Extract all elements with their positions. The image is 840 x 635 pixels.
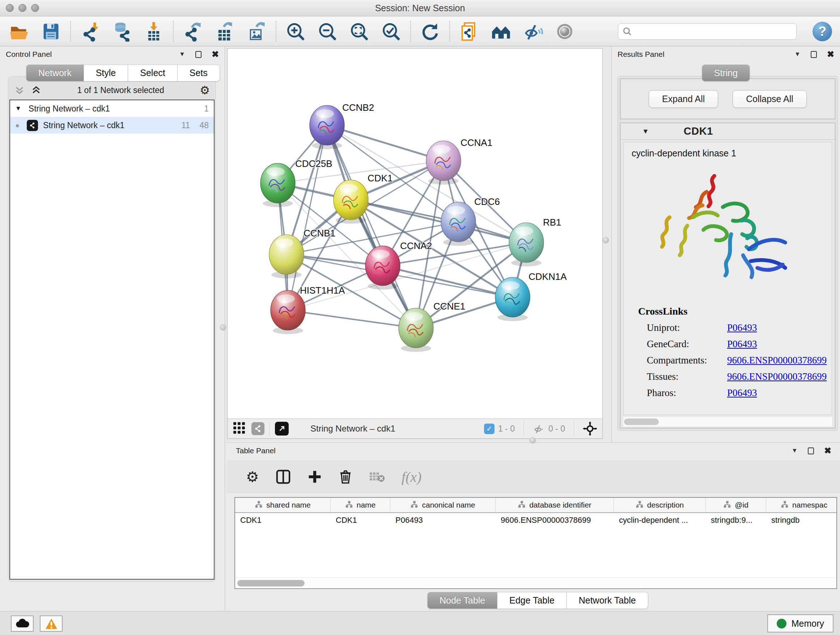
crosslink-link[interactable]: P06493 [727, 387, 757, 399]
export-table-file-button[interactable] [214, 21, 235, 42]
horizontal-splitter-handle[interactable] [530, 437, 536, 443]
memory-status-button[interactable]: Memory [767, 614, 834, 632]
global-search-field[interactable] [618, 23, 797, 40]
column-header-shared-name[interactable]: shared name [235, 498, 331, 512]
node-CCNA2[interactable] [365, 246, 400, 290]
node-CCNB2[interactable] [309, 105, 344, 149]
show-column-selector-button[interactable] [276, 469, 291, 485]
network-overview-button[interactable] [251, 422, 264, 435]
node-CCNB1[interactable] [269, 234, 304, 279]
tab-network[interactable]: Network [26, 65, 84, 81]
panel-menu-dropdown-icon[interactable]: ▼ [179, 51, 185, 58]
crosslink-link[interactable]: 9606.ENSP00000378699 [727, 355, 827, 366]
column-header-name[interactable]: name [331, 498, 390, 512]
detach-view-button[interactable] [275, 422, 289, 435]
pan-crosshair-icon[interactable] [583, 421, 597, 436]
import-network-database-button[interactable] [111, 21, 133, 42]
column-header-canonical-name[interactable]: canonical name [390, 498, 496, 512]
expand-all-button[interactable]: Expand All [649, 90, 718, 108]
left-splitter-handle[interactable] [220, 325, 226, 331]
table-row[interactable]: CDK1CDK1P064939606.ENSP00000378699cyclin… [235, 513, 836, 527]
import-table-file-button[interactable] [143, 21, 164, 42]
column-header-database-identifier[interactable]: database identifier [496, 498, 614, 512]
crosslinks-title: CrossLinks [638, 306, 832, 317]
refresh-view-button[interactable] [420, 21, 441, 42]
tree-collapse-icon[interactable]: ▼ [15, 105, 21, 112]
show-graphics-details-button[interactable] [554, 21, 575, 42]
tab-style[interactable]: Style [84, 65, 128, 81]
zoom-out-button[interactable] [317, 21, 338, 42]
export-image-button[interactable] [246, 21, 267, 42]
column-header-namespac[interactable]: namespac [766, 498, 837, 512]
cloud-status-button[interactable] [11, 616, 34, 632]
scrollbar-thumb[interactable] [237, 580, 305, 586]
node-CDC25B[interactable] [261, 163, 295, 207]
help-button[interactable]: ? [813, 22, 832, 41]
table-options-gear-icon[interactable]: ⚙ [246, 470, 259, 484]
zoom-fit-button[interactable] [349, 21, 370, 42]
delete-table-icon [369, 470, 385, 483]
panel-close-button[interactable]: ✖ [824, 447, 831, 455]
expand-all-networks-icon[interactable] [31, 85, 42, 96]
table-panel-title: Table Panel [236, 447, 276, 455]
tab-string[interactable]: String [702, 65, 750, 81]
tab-sets[interactable]: Sets [178, 65, 220, 81]
panel-float-button[interactable] [808, 448, 814, 454]
import-network-file-button[interactable] [80, 21, 101, 42]
column-header-description[interactable]: description [614, 498, 706, 512]
edge-CCNB2-CCNA1[interactable] [327, 125, 444, 161]
tab-edge-table[interactable]: Edge Table [497, 592, 567, 609]
selected-items-checkbox-icon[interactable]: ✓ [484, 424, 494, 434]
node-CDKN1A[interactable] [495, 277, 530, 321]
crosslink-row: GeneCard:P06493 [647, 339, 832, 350]
edge-CDK1-RB1[interactable] [351, 200, 526, 242]
crosslink-link[interactable]: P06493 [727, 339, 757, 350]
first-neighbors-button[interactable] [491, 21, 512, 42]
network-canvas[interactable]: CCNB2CCNA1CDC25BCDK1CDC6RB1CCNB1CCNA2CDK… [227, 49, 602, 418]
collapse-all-networks-icon[interactable] [14, 85, 25, 96]
node-CCNA1[interactable] [426, 141, 461, 185]
tab-network-table[interactable]: Network Table [567, 592, 648, 609]
edge-CCNB2-CCNE1[interactable] [327, 125, 416, 328]
zoom-in-button[interactable] [285, 21, 306, 42]
node-HIST1H1A[interactable] [271, 290, 305, 334]
scrollbar-thumb[interactable] [624, 418, 659, 425]
protein-collapse-icon[interactable]: ▼ [642, 127, 649, 135]
birds-eye-view-button[interactable] [233, 421, 246, 436]
network-collection-row[interactable]: ▼ String Network – cdk1 1 [10, 100, 214, 117]
delete-column-button[interactable] [339, 469, 352, 485]
node-CCNE1[interactable] [399, 308, 433, 352]
panel-float-button[interactable] [811, 51, 817, 58]
create-column-button[interactable] [308, 470, 322, 484]
network-row[interactable]: ● String Network – cdk1 11 48 [10, 117, 214, 134]
status-bar: Memory [0, 611, 840, 635]
save-session-button[interactable] [41, 21, 62, 42]
node-RB1[interactable] [509, 223, 544, 266]
hide-selected-button[interactable] [523, 21, 543, 42]
tab-select[interactable]: Select [128, 65, 177, 81]
search-input[interactable] [635, 24, 792, 39]
panel-menu-dropdown-icon[interactable]: ▼ [791, 447, 798, 454]
network-options-gear-icon[interactable]: ⚙ [200, 85, 210, 96]
panel-menu-dropdown-icon[interactable]: ▼ [794, 51, 801, 58]
panel-float-button[interactable] [195, 51, 202, 58]
zoom-selected-button[interactable] [381, 21, 401, 42]
column-label: canonical name [422, 501, 475, 509]
clone-network-button[interactable] [459, 21, 480, 42]
panel-close-button[interactable]: ✖ [827, 50, 834, 59]
panel-close-button[interactable]: ✖ [212, 50, 219, 59]
results-horizontal-scrollbar[interactable] [623, 417, 832, 426]
warnings-button[interactable] [40, 616, 63, 632]
crosslink-link[interactable]: 9606.ENSP00000378699 [727, 371, 827, 382]
open-session-button[interactable] [9, 21, 30, 42]
crosslink-link[interactable]: P06493 [727, 322, 757, 333]
node-label-CDC25B: CDC25B [295, 158, 332, 169]
right-splitter-handle[interactable] [603, 237, 609, 243]
node-label-CDC6: CDC6 [474, 196, 500, 207]
column-header-@id[interactable]: @id [706, 498, 766, 512]
export-network-file-button[interactable] [182, 21, 203, 42]
collapse-all-button[interactable]: Collapse All [733, 90, 807, 108]
table-horizontal-scrollbar[interactable] [235, 578, 836, 588]
edge-HIST1H1A-CCNE1[interactable] [288, 310, 416, 328]
tab-node-table[interactable]: Node Table [427, 592, 497, 609]
